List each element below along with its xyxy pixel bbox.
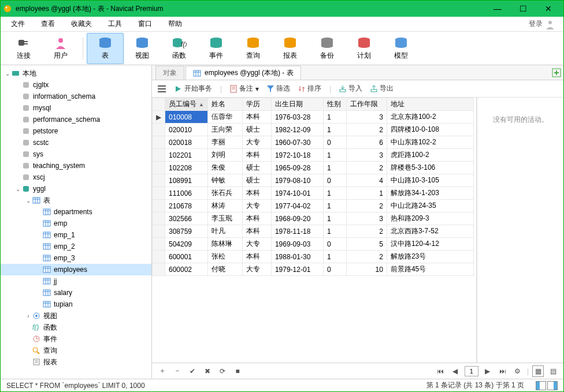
cell[interactable]: 600002 xyxy=(165,263,208,276)
toolbar-table-button[interactable]: 表 xyxy=(87,33,124,64)
login-button[interactable]: 登录 xyxy=(523,17,561,32)
cell[interactable]: 热和路209-3 xyxy=(387,212,473,225)
cell[interactable]: 111006 xyxy=(165,187,208,200)
cell[interactable]: 大专 xyxy=(242,136,271,149)
cell[interactable]: 大专 xyxy=(242,263,271,276)
toolbar-user-button[interactable]: 用户 xyxy=(42,33,79,64)
cell[interactable]: 2 xyxy=(346,124,387,136)
minimize-button[interactable]: ― xyxy=(485,1,510,17)
cell[interactable]: 刘明 xyxy=(207,149,242,162)
tree-item-查询[interactable]: 查询 xyxy=(1,345,151,356)
cell[interactable]: 1979-12-01 xyxy=(271,263,323,276)
tree-item-tupian[interactable]: tupian xyxy=(1,298,151,310)
cell[interactable]: 302566 xyxy=(165,212,208,225)
table-row[interactable]: 108991钟敏硕士1979-08-1004中山路10-3-105 xyxy=(153,174,474,187)
tree-item-jj[interactable]: jj xyxy=(1,275,151,287)
cell[interactable]: 本科 xyxy=(242,187,271,200)
cell[interactable]: 1976-03-28 xyxy=(271,111,323,124)
next-page-button[interactable]: ▶ xyxy=(482,365,494,377)
cell[interactable]: 大专 xyxy=(242,238,271,251)
page-input[interactable] xyxy=(465,366,478,376)
column-header[interactable]: 出生日期 xyxy=(271,98,323,111)
cell[interactable]: 1968-09-20 xyxy=(271,212,323,225)
tree-item-teaching_system[interactable]: teaching_system xyxy=(1,160,151,171)
cell[interactable]: 1 xyxy=(323,200,346,212)
cell[interactable]: 308759 xyxy=(165,225,208,238)
tab-active[interactable]: employees @yggl (本地) - 表 xyxy=(185,66,301,80)
tree-item-函数[interactable]: f()函数 xyxy=(1,322,151,333)
cell[interactable]: 硕士 xyxy=(242,162,271,174)
cell[interactable]: 210678 xyxy=(165,200,208,212)
export-button[interactable]: 导出 xyxy=(370,84,394,94)
column-header[interactable]: 姓名 xyxy=(207,98,242,111)
cell[interactable]: 1977-04-02 xyxy=(271,200,323,212)
commit-button[interactable]: ✔ xyxy=(187,365,198,377)
cell[interactable]: 3 xyxy=(346,149,387,162)
memo-button[interactable]: 备注 ▾ xyxy=(230,84,259,94)
table-row[interactable]: 111006张石兵本科1974-10-0111解放路34-1-203 xyxy=(153,187,474,200)
cell[interactable]: 2 xyxy=(346,225,387,238)
refresh-button[interactable]: ⟳ xyxy=(217,365,228,377)
cell[interactable]: 前景路45号 xyxy=(387,263,473,276)
cell[interactable]: 硕士 xyxy=(242,124,271,136)
table-row[interactable]: 308759叶凡本科1978-11-1812北京西路3-7-52 xyxy=(153,225,474,238)
cell[interactable]: 李玉珉 xyxy=(207,212,242,225)
expand-toggle[interactable]: ⌄ xyxy=(4,70,11,77)
cell[interactable]: 3 xyxy=(346,212,387,225)
cell[interactable]: 0 xyxy=(323,174,346,187)
cell[interactable]: 大专 xyxy=(242,200,271,212)
table-row[interactable]: 600001张松本科1988-01-3012解放路23号 xyxy=(153,251,474,263)
column-header[interactable]: 员工编号▲ xyxy=(165,98,208,111)
tree-item-视图[interactable]: ›视图 xyxy=(1,310,151,322)
tree-item-表[interactable]: ⌄表 xyxy=(1,195,151,206)
cell[interactable]: 2 xyxy=(346,251,387,263)
prev-page-button[interactable]: ◀ xyxy=(450,365,461,377)
cell[interactable]: 1965-09-28 xyxy=(271,162,323,174)
table-row[interactable]: 210678林涛大专1977-04-0212中山北路24-35 xyxy=(153,200,474,212)
delete-row-button[interactable]: － xyxy=(172,365,183,377)
column-header[interactable]: 性别 xyxy=(323,98,346,111)
tree-item-yggl[interactable]: ⌄yggl xyxy=(1,183,151,195)
cell[interactable]: 1974-10-01 xyxy=(271,187,323,200)
cell[interactable]: 本科 xyxy=(242,251,271,263)
add-row-button[interactable]: ＋ xyxy=(157,365,168,377)
cell[interactable]: 010008 xyxy=(165,111,208,124)
cell[interactable]: 1969-09-03 xyxy=(271,238,323,251)
import-button[interactable]: 导入 xyxy=(339,84,362,94)
cell[interactable]: 1 xyxy=(323,111,346,124)
first-page-button[interactable]: ⏮ xyxy=(435,365,446,377)
cell[interactable]: 020018 xyxy=(165,136,208,149)
cell[interactable]: 1 xyxy=(323,124,346,136)
cell[interactable]: 102201 xyxy=(165,149,208,162)
cell[interactable]: 牌楼巷5-3-106 xyxy=(387,162,473,174)
tree-item-departments[interactable]: departments xyxy=(1,206,151,218)
sort-button[interactable]: 排序 xyxy=(298,84,321,94)
tree-item-salary[interactable]: salary xyxy=(1,287,151,298)
tree-item-cjgltx[interactable]: cjgltx xyxy=(1,79,151,91)
cell[interactable]: 张松 xyxy=(207,251,242,263)
tree-item-报表[interactable]: 报表 xyxy=(1,356,151,368)
tree-item-sys[interactable]: sys xyxy=(1,148,151,160)
cell[interactable]: 1982-12-09 xyxy=(271,124,323,136)
expand-toggle[interactable]: ⌄ xyxy=(25,197,32,204)
connection-tree[interactable]: ⌄本地cjgltxinformation_schemamysqlperforma… xyxy=(1,65,152,379)
tree-item-employees[interactable]: employees xyxy=(1,264,151,275)
cell[interactable]: 1978-11-18 xyxy=(271,225,323,238)
cell[interactable]: 1 xyxy=(323,251,346,263)
menu-查看[interactable]: 查看 xyxy=(33,17,63,31)
tree-item-information_schema[interactable]: information_schema xyxy=(1,91,151,102)
table-row[interactable]: 302566李玉珉本科1968-09-2013热和路209-3 xyxy=(153,212,474,225)
menu-文件[interactable]: 文件 xyxy=(3,17,33,31)
cell[interactable]: 1 xyxy=(323,149,346,162)
expand-toggle[interactable]: ⌄ xyxy=(14,186,21,192)
cell[interactable]: 1979-08-10 xyxy=(271,174,323,187)
cell[interactable]: 钟敏 xyxy=(207,174,242,187)
tree-item-emp[interactable]: emp xyxy=(1,218,151,229)
cell[interactable]: 1988-01-30 xyxy=(271,251,323,263)
table-row[interactable]: ▶010008伍蓉华本科1976-03-2813北京东路100-2 xyxy=(153,111,474,124)
menu-窗口[interactable]: 窗口 xyxy=(130,17,160,31)
cell[interactable]: 本科 xyxy=(242,111,271,124)
data-grid[interactable]: 员工编号▲姓名学历出生日期性别工作年限地址▶010008伍蓉华本科1976-03… xyxy=(152,98,477,363)
cell[interactable]: 中山路10-3-105 xyxy=(387,174,473,187)
column-header[interactable]: 地址 xyxy=(387,98,473,111)
